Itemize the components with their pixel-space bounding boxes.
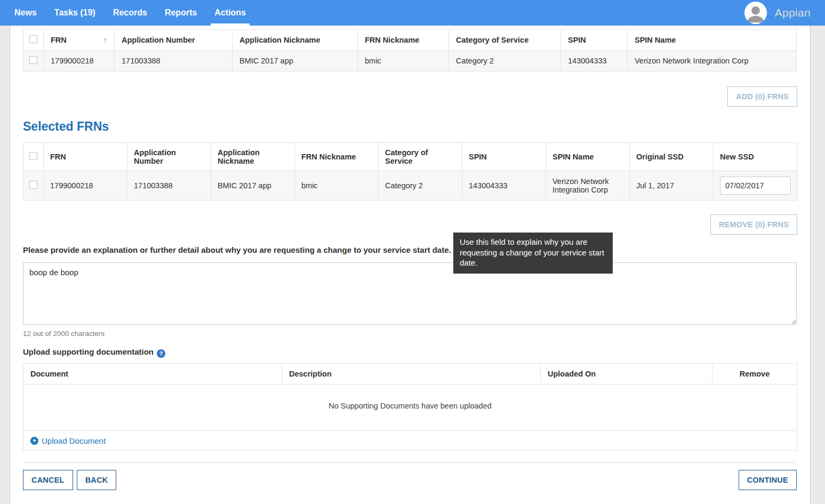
new-ssd-input[interactable] [720,177,791,195]
cell-frn: 1799000218 [44,171,127,201]
cell-frn: 1799000218 [44,51,115,71]
footer-button-bar: CANCEL BACK CONTINUE [23,470,797,490]
selected-frns-header-row: FRN Application Number Application Nickn… [23,143,797,171]
sort-ascending-icon: ↑ [103,36,107,44]
row-checkbox[interactable] [29,56,37,64]
cell-application-number: 171003388 [127,171,211,201]
column-header-application-number[interactable]: Application Number [127,143,211,171]
cell-frn-nickname: bmic [295,171,379,201]
column-header-frn[interactable]: FRN [44,143,127,171]
cell-spin: 143004333 [462,171,546,201]
column-header-spin-name[interactable]: SPIN Name [628,30,797,51]
nav-item-tasks[interactable]: Tasks (19) [54,0,95,26]
cell-new-ssd [714,171,797,201]
upload-document-link[interactable]: + Upload Document [30,436,106,445]
column-header-original-ssd[interactable]: Original SSD [630,143,714,171]
column-header-frn[interactable]: FRN ↑ [44,30,115,51]
column-header-spin[interactable]: SPIN [561,30,628,51]
column-header-application-number[interactable]: Application Number [115,30,233,51]
frn-results-header-row: FRN ↑ Application Number Application Nic… [23,30,797,51]
user-avatar[interactable] [744,2,767,24]
nav-item-reports[interactable]: Reports [165,0,197,26]
cell-spin: 143004333 [561,51,628,71]
column-header-frn-nickname[interactable]: FRN Nickname [295,143,379,171]
cell-application-number: 171003388 [115,51,233,71]
column-header-description: Description [282,364,541,385]
explanation-label-text: Please provide an explanation or further… [23,245,451,254]
cell-category-of-service: Category 2 [379,171,462,201]
documents-header-row: Document Description Uploaded On Remove [23,364,797,385]
frn-results-table: FRN ↑ Application Number Application Nic… [23,29,797,71]
nav-right-group: Appian [744,0,811,26]
column-header-uploaded-on: Uploaded On [541,364,712,385]
remove-frns-button[interactable]: REMOVE (0) FRNS [710,214,797,235]
column-header-spin[interactable]: SPIN [462,143,546,171]
column-header-application-nickname[interactable]: Application Nickname [233,30,358,51]
cancel-button[interactable]: CANCEL [23,470,73,490]
column-header-category-of-service[interactable]: Category of Service [379,143,462,171]
column-header-application-nickname[interactable]: Application Nickname [211,143,295,171]
upload-document-row: + Upload Document [23,431,797,451]
column-header-new-ssd[interactable]: New SSD [714,143,797,171]
help-tooltip: Use this field to explain why you are re… [453,233,613,274]
table-row: 1799000218 171003388 BMIC 2017 app bmic … [23,51,797,71]
nav-item-news[interactable]: News [14,0,37,26]
upload-documentation-label-text: Upload supporting documentation [23,347,154,356]
empty-documents-row: No Supporting Documents have been upload… [23,385,797,431]
row-checkbox[interactable] [29,181,37,189]
person-icon [744,2,767,24]
cell-spin-name: Verizon Network Integration Corp [546,171,630,201]
explanation-textarea[interactable]: boop de boop [23,262,797,325]
table-row: 1799000218 171003388 BMIC 2017 app bmic … [23,171,797,201]
cell-spin-name: Verizon Network Integration Corp [628,51,797,71]
main-content-panel: FRN ↑ Application Number Application Nic… [10,26,811,504]
nav-item-records[interactable]: Records [113,0,147,26]
back-button[interactable]: BACK [77,470,117,490]
upload-documentation-label: Upload supporting documentation? [23,347,797,358]
column-header-remove: Remove [712,364,797,385]
selected-frns-heading: Selected FRNs [23,119,797,134]
explanation-label: Please provide an explanation or further… [23,245,797,256]
cell-application-nickname: BMIC 2017 app [211,171,295,201]
select-all-checkbox[interactable] [29,152,37,160]
explanation-section: Please provide an explanation or further… [23,245,797,338]
plus-icon: + [30,437,38,445]
selected-frns-table: FRN Application Number Application Nickn… [23,142,797,201]
column-header-frn-nickname[interactable]: FRN Nickname [358,30,449,51]
top-navigation-bar: News Tasks (19) Records Reports Actions … [0,0,825,26]
column-header-document: Document [23,364,282,385]
column-header-category-of-service[interactable]: Category of Service [449,30,561,51]
continue-button[interactable]: CONTINUE [739,470,797,490]
character-counter: 12 out of 2000 characters [23,330,797,338]
appian-logo: Appian [775,6,811,19]
nav-tabs: News Tasks (19) Records Reports Actions [14,0,246,26]
empty-documents-message: No Supporting Documents have been upload… [23,385,797,431]
select-all-checkbox[interactable] [29,35,37,43]
upload-document-link-label: Upload Document [42,436,106,445]
cell-category-of-service: Category 2 [449,51,561,71]
cell-original-ssd: Jul 1, 2017 [630,171,714,201]
column-header-label: FRN [51,36,67,44]
column-header-spin-name[interactable]: SPIN Name [546,143,630,171]
help-icon[interactable]: ? [157,349,165,358]
add-frns-button[interactable]: ADD (0) FRNS [727,86,797,107]
footer-divider [23,462,797,463]
documents-table: Document Description Uploaded On Remove … [23,363,797,451]
cell-application-nickname: BMIC 2017 app [233,51,358,71]
nav-item-actions[interactable]: Actions [214,0,246,26]
cell-frn-nickname: bmic [358,51,449,71]
